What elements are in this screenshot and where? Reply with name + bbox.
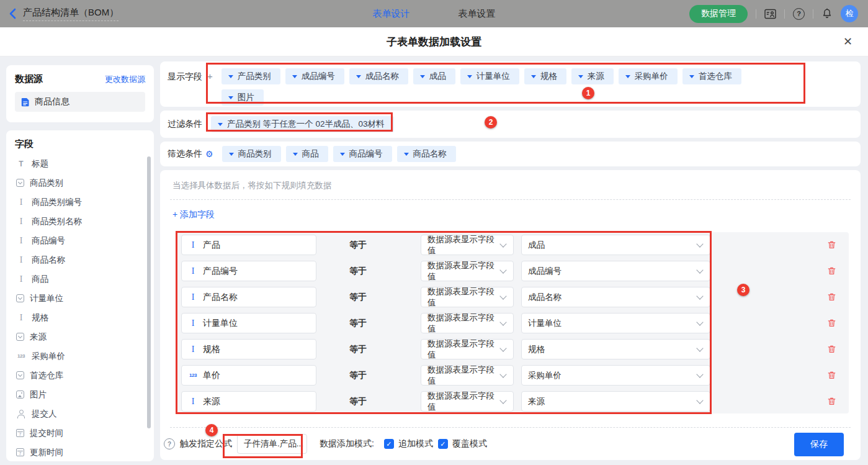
delete-icon[interactable] (827, 287, 836, 307)
page-title[interactable]: 产品结构清单（BOM） (23, 7, 119, 21)
delete-icon[interactable] (827, 261, 836, 281)
field-tag[interactable]: 成品编号 (285, 68, 344, 84)
field-tag[interactable]: 规格 (524, 68, 566, 84)
filter-condition-tag[interactable]: 产品类别 等于任意一个 02半成品、03材料 (211, 116, 394, 132)
datasource-item-label: 商品信息 (35, 96, 69, 107)
field-list-item[interactable]: 采购单价 (15, 346, 145, 366)
rule-field-input[interactable]: 产品编号 (181, 261, 316, 281)
rule-source-select[interactable]: 数据源表显示字段值 (421, 287, 514, 307)
rule-source-value: 数据源表显示字段值 (427, 391, 496, 413)
field-tag[interactable]: 来源 (571, 68, 614, 84)
add-field-link[interactable]: + 添加字段 (172, 209, 215, 220)
rule-field-label: 产品名称 (203, 292, 238, 303)
field-tag[interactable]: 首选仓库 (682, 68, 741, 84)
rule-field-input[interactable]: 单价 (181, 365, 316, 386)
rule-target-select[interactable]: 来源 (521, 391, 710, 412)
field-list-item[interactable]: 图片 (15, 385, 145, 404)
gear-icon[interactable]: ⚙ (205, 149, 213, 159)
field-list-item[interactable]: 来源 (15, 327, 145, 346)
rule-target-select[interactable]: 计量单位 (521, 313, 710, 333)
rule-source-select[interactable]: 数据源表显示字段值 (421, 339, 514, 359)
rule-target-select[interactable]: 成品编号 (521, 261, 710, 281)
rule-source-value: 数据源表显示字段值 (427, 312, 496, 335)
field-list-item[interactable]: 商品名称 (15, 250, 145, 269)
field-list-item[interactable]: 首选仓库 (15, 366, 145, 385)
caret-down-icon (293, 153, 298, 156)
field-tag[interactable]: 计量单位 (460, 68, 519, 84)
field-list-item-label: 商品编号 (32, 235, 65, 246)
bell-icon[interactable] (821, 8, 833, 19)
rule-target-select[interactable]: 成品名称 (521, 287, 710, 307)
rule-source-select[interactable]: 数据源表显示字段值 (421, 365, 514, 386)
field-list-item[interactable]: 提交人 (15, 404, 145, 423)
rule-target-select[interactable]: 采购单价 (521, 365, 710, 386)
mode-checkbox[interactable] (384, 439, 394, 449)
field-list-item[interactable]: 商品编号 (15, 231, 145, 250)
delete-icon[interactable] (827, 313, 836, 333)
field-tag[interactable]: 采购单价 (619, 68, 678, 84)
rule-field-input[interactable]: 产品 (181, 235, 316, 255)
field-tag[interactable]: 商品名称 (397, 146, 456, 162)
field-tag[interactable]: 商品编号 (333, 146, 392, 162)
chevron-down-icon (499, 292, 506, 299)
help-icon[interactable]: ? (164, 438, 175, 449)
back-icon[interactable] (9, 8, 16, 19)
topbar-tab[interactable]: 表单设计 (373, 8, 410, 20)
rule-source-select[interactable]: 数据源表显示字段值 (421, 235, 514, 255)
mode-checkbox[interactable] (438, 439, 448, 449)
field-tag[interactable]: 商品 (286, 146, 328, 162)
formula-select[interactable]: 子件清单.产品... (237, 434, 307, 454)
caret-down-icon (578, 75, 583, 78)
field-list-item[interactable]: 商品 (15, 269, 145, 289)
field-tag[interactable]: 商品类别 (222, 146, 281, 162)
rule-field-input[interactable]: 规格 (181, 339, 316, 359)
save-button[interactable]: 保存 (794, 433, 844, 456)
annotation-badge-2: 2 (485, 116, 497, 129)
rule-row: 产品编号 等于 数据源表显示字段值 成品编号 (176, 261, 849, 281)
rule-source-select[interactable]: 数据源表显示字段值 (421, 313, 514, 333)
field-list-item[interactable]: 标题 (15, 154, 145, 173)
rule-source-value: 数据源表显示字段值 (427, 286, 496, 309)
rule-source-select[interactable]: 数据源表显示字段值 (421, 261, 514, 281)
rule-source-value: 数据源表显示字段值 (427, 260, 496, 282)
rule-target-select[interactable]: 规格 (521, 339, 710, 359)
help-icon[interactable]: ? (793, 8, 805, 20)
field-type-icon (16, 217, 26, 227)
add-display-field-icon[interactable]: + (207, 71, 213, 81)
field-tag[interactable]: 图片 (221, 89, 264, 106)
delete-icon[interactable] (827, 391, 836, 412)
field-tag[interactable]: 成品名称 (349, 68, 408, 84)
rule-field-input[interactable]: 来源 (181, 391, 316, 412)
change-datasource-link[interactable]: 更改数据源 (105, 74, 145, 85)
rule-target-select[interactable]: 成品 (521, 235, 710, 255)
field-list-item-label: 提交人 (32, 409, 57, 420)
field-list-item[interactable]: 提交时间 (15, 423, 145, 443)
contacts-icon[interactable] (764, 9, 776, 19)
scrollbar[interactable] (147, 156, 151, 428)
caret-down-icon (228, 96, 233, 99)
datasource-item[interactable]: 商品信息 (15, 92, 145, 112)
delete-icon[interactable] (827, 339, 836, 359)
rule-field-input[interactable]: 计量单位 (181, 313, 316, 333)
field-list-item[interactable]: 规格 (15, 308, 145, 327)
field-list-item[interactable]: 商品类别名称 (15, 212, 145, 231)
delete-icon[interactable] (827, 365, 836, 386)
field-list-item-label: 来源 (30, 332, 47, 343)
divider (170, 427, 851, 428)
field-tag[interactable]: 产品类别 (221, 68, 280, 84)
field-list-item[interactable]: 商品类别编号 (15, 192, 145, 212)
rule-field-input[interactable]: 产品名称 (181, 287, 316, 307)
rule-target-value: 规格 (528, 344, 545, 355)
field-list-item[interactable]: 更新时间 (15, 443, 145, 461)
caret-down-icon (229, 153, 234, 156)
topbar-tab[interactable]: 表单设置 (459, 8, 496, 20)
field-list-item[interactable]: 计量单位 (15, 289, 145, 308)
data-manage-button[interactable]: 数据管理 (689, 5, 748, 23)
field-tag[interactable]: 成品 (413, 68, 455, 84)
field-list-item[interactable]: 商品类别 (15, 173, 145, 192)
close-icon[interactable]: ✕ (843, 35, 852, 48)
avatar[interactable]: 检 (841, 5, 858, 22)
rule-field-label: 计量单位 (203, 318, 238, 329)
rule-source-select[interactable]: 数据源表显示字段值 (421, 391, 514, 412)
delete-icon[interactable] (827, 235, 836, 255)
